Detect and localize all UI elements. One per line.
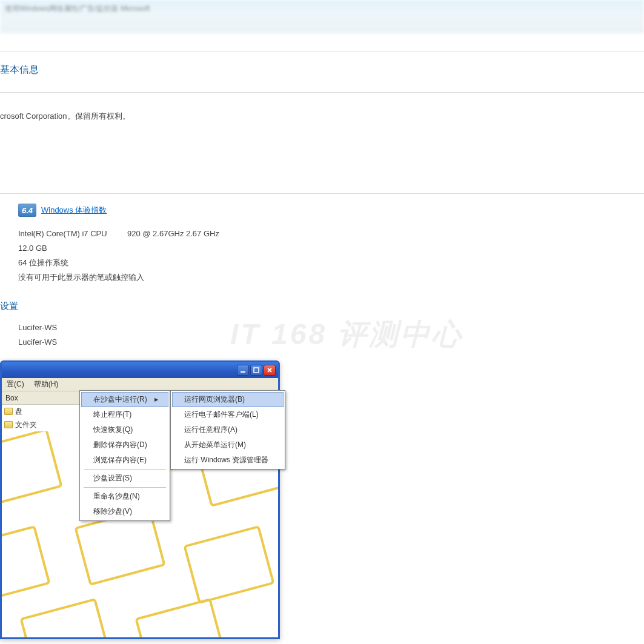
ctx-remove-sandbox[interactable]: 移除沙盘(V): [81, 504, 168, 519]
ctx-label: 运行任意程序(A): [184, 425, 237, 435]
close-button[interactable]: [264, 365, 276, 376]
context-submenu-run: 运行网页浏览器(B) 运行电子邮件客户端(L) 运行任意程序(A) 从开始菜单运…: [170, 390, 285, 470]
ctx-separator: [84, 469, 166, 470]
sandboxie-titlebar[interactable]: [2, 362, 278, 378]
ctx-label: 重命名沙盘(N): [93, 491, 140, 502]
os-type: 64 位操作系统: [18, 256, 644, 270]
ctx-delete-contents[interactable]: 删除保存内容(D): [81, 437, 168, 453]
svg-rect-0: [241, 371, 245, 373]
maximize-button[interactable]: [250, 365, 262, 376]
ram-value: 12.0 GB: [18, 241, 644, 256]
copyright-text: crosoft Corporation。保留所有权利。: [0, 111, 644, 122]
cpu-name: Intel(R) Core(TM) i7 CPU: [18, 227, 127, 241]
full-computer-name: Lucifer-WS: [18, 335, 644, 350]
ctx-label: 移除沙盘(V): [93, 506, 132, 517]
ctx-quick-recover[interactable]: 快速恢复(Q): [81, 422, 168, 437]
ctx-terminate[interactable]: 终止程序(T): [81, 407, 168, 422]
folder-icon: [4, 421, 13, 428]
ctx-label: 沙盘设置(S): [93, 473, 132, 483]
minimize-button[interactable]: [237, 365, 249, 376]
ctx-label: 从开始菜单运行(M): [184, 440, 246, 450]
ctx-label: 终止程序(T): [93, 410, 131, 420]
ctx-rename-sandbox[interactable]: 重命名沙盘(N): [81, 489, 168, 504]
ctx-run-startmenu[interactable]: 从开始菜单运行(M): [172, 437, 284, 453]
titlebar-blur-text: 使用Windows网络属性/广告/监控器 Microsoft: [5, 4, 150, 14]
tree-label: 盘: [15, 407, 22, 417]
section-title-settings: 设置: [0, 300, 644, 312]
computer-name: Lucifer-WS: [18, 320, 644, 335]
ctx-separator: [84, 487, 166, 488]
ctx-run-any[interactable]: 运行任意程序(A): [172, 422, 284, 437]
menu-help[interactable]: 帮助(H): [32, 378, 61, 391]
ctx-run-in-sandbox[interactable]: 在沙盘中运行(R): [81, 392, 168, 407]
ctx-run-browser[interactable]: 运行网页浏览器(B): [172, 392, 284, 407]
context-menu-sandbox: 在沙盘中运行(R) 终止程序(T) 快速恢复(Q) 删除保存内容(D) 浏览保存…: [79, 390, 170, 521]
pen-touch: 没有可用于此显示器的笔或触控输入: [18, 270, 644, 285]
wei-link[interactable]: Windows 体验指数: [41, 205, 107, 216]
wei-score-badge: 6.4: [18, 204, 36, 217]
ctx-label: 在沙盘中运行(R): [93, 394, 147, 405]
divider: [0, 92, 644, 93]
ctx-label: 浏览保存内容(E): [93, 455, 147, 465]
menu-config[interactable]: 置(C): [4, 378, 27, 391]
divider: [0, 193, 644, 194]
cpu-spec: 920 @ 2.67GHz 2.67 GHz: [127, 227, 219, 241]
system-properties-panel: 基本信息 crosoft Corporation。保留所有权利。 6.4 Win…: [0, 51, 644, 377]
ctx-browse-contents[interactable]: 浏览保存内容(E): [81, 453, 168, 468]
svg-rect-1: [254, 368, 259, 373]
titlebar-blur: 使用Windows网络属性/广告/监控器 Microsoft: [0, 0, 644, 33]
ctx-run-email[interactable]: 运行电子邮件客户端(L): [172, 407, 284, 422]
toolbar-blank: [0, 33, 644, 51]
th-box[interactable]: Box: [2, 393, 22, 403]
ctx-run-explorer[interactable]: 运行 Windows 资源管理器: [172, 453, 284, 468]
ctx-label: 快速恢复(Q): [93, 425, 133, 435]
folder-icon: [4, 408, 13, 415]
sandboxie-menubar: 置(C) 帮助(H): [2, 378, 278, 391]
ctx-label: 运行电子邮件客户端(L): [184, 410, 259, 420]
section-title-basic-info: 基本信息: [0, 51, 644, 87]
ctx-sandbox-settings[interactable]: 沙盘设置(S): [81, 471, 168, 486]
ctx-label: 运行网页浏览器(B): [184, 394, 245, 405]
ctx-label: 删除保存内容(D): [93, 440, 147, 450]
tree-label: 文件夹: [15, 420, 37, 430]
ctx-label: 运行 Windows 资源管理器: [184, 455, 268, 465]
